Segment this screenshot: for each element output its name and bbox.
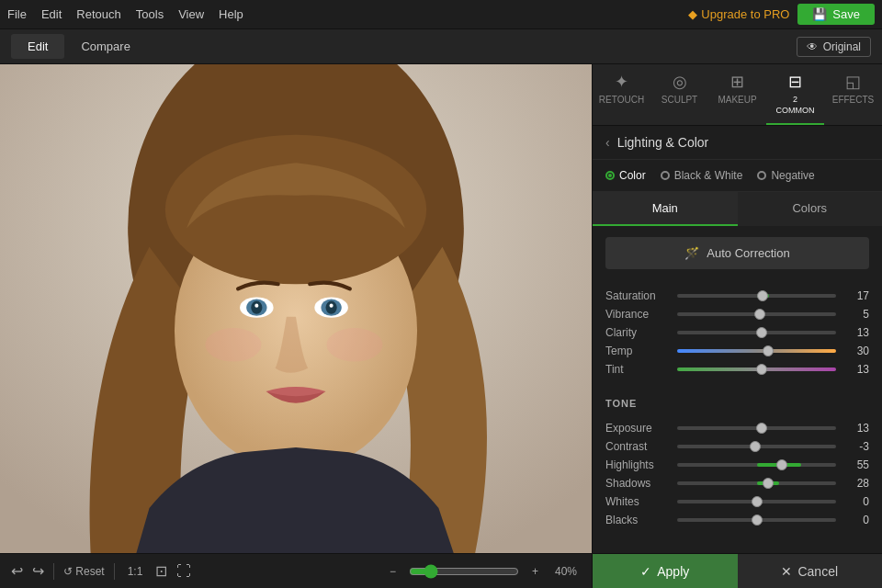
- fit-button[interactable]: ⊡: [155, 562, 167, 580]
- tab-edit[interactable]: Edit: [11, 34, 64, 59]
- x-icon: ✕: [781, 564, 792, 579]
- menu-view[interactable]: View: [178, 7, 204, 21]
- menu-file[interactable]: File: [7, 7, 27, 21]
- fullscreen-button[interactable]: ⛶: [176, 563, 191, 580]
- exposure-track-wrap[interactable]: [677, 426, 836, 430]
- reset-button[interactable]: ↺ Reset: [63, 565, 105, 578]
- undo-button[interactable]: ↩: [11, 562, 23, 580]
- slider-clarity: Clarity 13: [605, 326, 869, 339]
- exposure-value: 13: [843, 422, 869, 435]
- retouch-icon: ✦: [615, 72, 628, 92]
- tab-compare[interactable]: Compare: [64, 34, 146, 59]
- cancel-label: Cancel: [797, 564, 838, 579]
- breadcrumb-title: Lighting & Color: [617, 135, 709, 150]
- makeup-label: MAKEUP: [718, 95, 756, 105]
- tab-retouch[interactable]: ✦ RETOUCH: [593, 64, 650, 125]
- slider-saturation: Saturation 17: [605, 289, 869, 302]
- menu-edit[interactable]: Edit: [41, 7, 62, 21]
- tab-effects[interactable]: ◱ EFFECTS: [824, 64, 882, 125]
- zoom-plus-icon[interactable]: +: [532, 565, 538, 578]
- diamond-icon: ◆: [688, 7, 697, 21]
- contrast-track-wrap[interactable]: [677, 445, 836, 448]
- save-button[interactable]: 💾 Save: [797, 4, 875, 25]
- common-icon: ⊟: [788, 72, 802, 92]
- auto-correction-icon: 🪄: [684, 246, 699, 260]
- sliders-section-2: Exposure 13 Contrast: [593, 413, 882, 539]
- apply-bar: ✓ Apply ✕ Cancel: [593, 553, 882, 588]
- original-button[interactable]: 👁 Original: [797, 37, 871, 57]
- vibrance-track-wrap[interactable]: [677, 312, 836, 316]
- temp-thumb[interactable]: [763, 345, 774, 356]
- mode-negative[interactable]: Negative: [757, 169, 814, 182]
- slider-shadows: Shadows 28: [605, 477, 869, 490]
- zoom-minus-icon[interactable]: −: [390, 565, 396, 578]
- tint-track: [677, 368, 836, 371]
- subtab-main[interactable]: Main: [593, 192, 738, 226]
- vibrance-thumb[interactable]: [754, 309, 765, 320]
- saturation-track-wrap[interactable]: [677, 294, 836, 298]
- clarity-track-wrap[interactable]: [677, 331, 836, 334]
- makeup-icon: ⊞: [730, 72, 744, 92]
- whites-track-wrap[interactable]: [677, 500, 836, 503]
- blacks-track-wrap[interactable]: [677, 518, 836, 522]
- saturation-label: Saturation: [605, 289, 670, 302]
- whites-track: [677, 500, 836, 503]
- tint-value: 13: [843, 363, 869, 376]
- exposure-thumb[interactable]: [756, 423, 767, 434]
- auto-correction-label: Auto Correction: [707, 246, 789, 260]
- menu-tools[interactable]: Tools: [136, 7, 164, 21]
- slider-highlights: Highlights 55: [605, 458, 869, 471]
- back-button[interactable]: ‹: [605, 135, 610, 150]
- temp-track-wrap[interactable]: [677, 349, 836, 353]
- shadows-label: Shadows: [605, 477, 670, 490]
- bw-label: Black & White: [674, 169, 743, 182]
- tint-label: Tint: [605, 363, 670, 376]
- apply-label: Apply: [657, 564, 689, 579]
- redo-button[interactable]: ↪: [32, 562, 44, 580]
- whites-label: Whites: [605, 495, 670, 508]
- clarity-thumb[interactable]: [756, 327, 767, 338]
- menu-retouch[interactable]: Retouch: [76, 7, 120, 21]
- saturation-thumb[interactable]: [757, 290, 768, 301]
- upgrade-button[interactable]: ◆ Upgrade to PRO: [688, 7, 789, 21]
- highlights-track: [677, 463, 836, 467]
- zoom-slider[interactable]: [409, 564, 519, 579]
- bottom-toolbar: ↩ ↪ ↺ Reset 1:1 ⊡ ⛶ − + 40%: [0, 553, 592, 588]
- tab-sculpt[interactable]: ◎ SCULPT: [650, 64, 708, 125]
- edit-bar: Edit Compare 👁 Original: [0, 29, 882, 64]
- zoom-percent: 40%: [555, 565, 577, 578]
- save-label: Save: [832, 7, 860, 21]
- svg-point-13: [205, 328, 261, 362]
- blacks-track: [677, 518, 836, 522]
- auto-correction-button[interactable]: 🪄 Auto Correction: [605, 237, 869, 269]
- cancel-button[interactable]: ✕ Cancel: [738, 554, 883, 588]
- svg-point-12: [330, 304, 334, 308]
- tint-thumb[interactable]: [756, 364, 767, 375]
- highlights-value: 55: [843, 458, 869, 471]
- right-panel: ✦ RETOUCH ◎ SCULPT ⊞ MAKEUP ⊟ 2COMMON ◱ …: [592, 64, 882, 588]
- contrast-thumb[interactable]: [750, 441, 761, 452]
- slider-contrast: Contrast -3: [605, 440, 869, 453]
- highlights-thumb[interactable]: [776, 459, 787, 470]
- shadows-thumb[interactable]: [763, 478, 774, 489]
- tab-makeup[interactable]: ⊞ MAKEUP: [708, 64, 766, 125]
- shadows-track-wrap[interactable]: [677, 481, 836, 485]
- highlights-track-wrap[interactable]: [677, 463, 836, 467]
- apply-button[interactable]: ✓ Apply: [593, 554, 738, 588]
- mode-color[interactable]: Color: [605, 169, 646, 182]
- zoom-slider-wrap: [409, 564, 519, 579]
- mode-bw[interactable]: Black & White: [661, 169, 743, 182]
- whites-thumb[interactable]: [752, 496, 763, 507]
- slider-vibrance: Vibrance 5: [605, 308, 869, 321]
- vibrance-label: Vibrance: [605, 308, 670, 321]
- tab-common[interactable]: ⊟ 2COMMON: [766, 64, 824, 125]
- bw-radio: [661, 171, 670, 180]
- menu-help[interactable]: Help: [219, 7, 243, 21]
- subtab-colors[interactable]: Colors: [738, 192, 883, 226]
- blacks-thumb[interactable]: [752, 514, 763, 526]
- negative-label: Negative: [771, 169, 814, 182]
- tint-track-wrap[interactable]: [677, 368, 836, 371]
- clarity-value: 13: [843, 326, 869, 339]
- main-area: ↩ ↪ ↺ Reset 1:1 ⊡ ⛶ − + 40% ✦ RETOUCH: [0, 64, 882, 588]
- contrast-label: Contrast: [605, 440, 670, 453]
